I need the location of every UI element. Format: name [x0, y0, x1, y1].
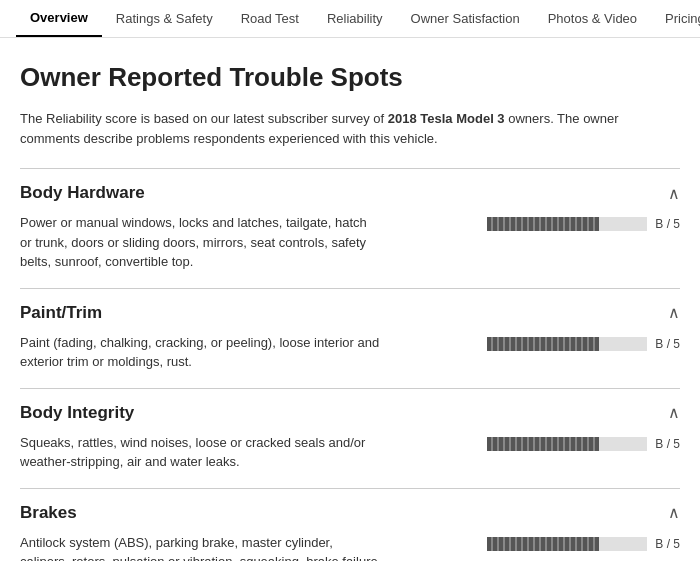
score-label: B / 5 [655, 437, 680, 451]
score-bar-filled [487, 337, 599, 351]
section-header: Body Integrity ∧ [20, 403, 680, 433]
score-bar-filled [487, 537, 599, 551]
score-area: B / 5 [487, 337, 680, 351]
score-area: B / 5 [487, 537, 680, 551]
nav-item-photos---video[interactable]: Photos & Video [534, 1, 651, 36]
section-header: Brakes ∧ [20, 503, 680, 533]
section-title: Brakes [20, 503, 77, 523]
intro-text-before: The Reliability score is based on our la… [20, 111, 388, 126]
section-body-hardware: Body Hardware ∧ Power or manual windows,… [20, 168, 680, 288]
section-description: Power or manual windows, locks and latch… [20, 213, 380, 272]
nav-item-owner-satisfaction[interactable]: Owner Satisfaction [397, 1, 534, 36]
section-title: Body Integrity [20, 403, 134, 423]
score-bar-container [487, 337, 647, 351]
score-area: B / 5 [487, 217, 680, 231]
section-brakes: Brakes ∧ Antilock system (ABS), parking … [20, 488, 680, 562]
intro-paragraph: The Reliability score is based on our la… [20, 109, 640, 148]
section-header: Paint/Trim ∧ [20, 303, 680, 333]
score-label: B / 5 [655, 537, 680, 551]
section-title: Body Hardware [20, 183, 145, 203]
score-bar-container [487, 437, 647, 451]
nav-item-road-test[interactable]: Road Test [227, 1, 313, 36]
nav-item-overview[interactable]: Overview [16, 0, 102, 37]
intro-bold: 2018 Tesla Model 3 [388, 111, 505, 126]
chevron-up-icon[interactable]: ∧ [668, 503, 680, 522]
section-description: Antilock system (ABS), parking brake, ma… [20, 533, 380, 562]
nav-item-reliability[interactable]: Reliability [313, 1, 397, 36]
section-body-integrity: Body Integrity ∧ Squeaks, rattles, wind … [20, 388, 680, 488]
main-content: Owner Reported Trouble Spots The Reliabi… [0, 38, 700, 561]
section-header: Body Hardware ∧ [20, 183, 680, 213]
section-body: Squeaks, rattles, wind noises, loose or … [20, 433, 680, 488]
chevron-up-icon[interactable]: ∧ [668, 303, 680, 322]
section-description: Paint (fading, chalking, cracking, or pe… [20, 333, 380, 372]
navigation-bar: OverviewRatings & SafetyRoad TestReliabi… [0, 0, 700, 38]
score-bar-filled [487, 217, 599, 231]
sections-container: Body Hardware ∧ Power or manual windows,… [20, 168, 680, 561]
score-bar-container [487, 217, 647, 231]
chevron-up-icon[interactable]: ∧ [668, 184, 680, 203]
nav-item-pricing[interactable]: Pricing [651, 1, 700, 36]
nav-item-ratings---safety[interactable]: Ratings & Safety [102, 1, 227, 36]
score-bar-container [487, 537, 647, 551]
score-bar-filled [487, 437, 599, 451]
page-title: Owner Reported Trouble Spots [20, 62, 680, 93]
section-title: Paint/Trim [20, 303, 102, 323]
score-label: B / 5 [655, 217, 680, 231]
section-body: Power or manual windows, locks and latch… [20, 213, 680, 288]
section-description: Squeaks, rattles, wind noises, loose or … [20, 433, 380, 472]
section-body: Antilock system (ABS), parking brake, ma… [20, 533, 680, 562]
score-area: B / 5 [487, 437, 680, 451]
chevron-up-icon[interactable]: ∧ [668, 403, 680, 422]
section-body: Paint (fading, chalking, cracking, or pe… [20, 333, 680, 388]
score-label: B / 5 [655, 337, 680, 351]
section-paint-trim: Paint/Trim ∧ Paint (fading, chalking, cr… [20, 288, 680, 388]
